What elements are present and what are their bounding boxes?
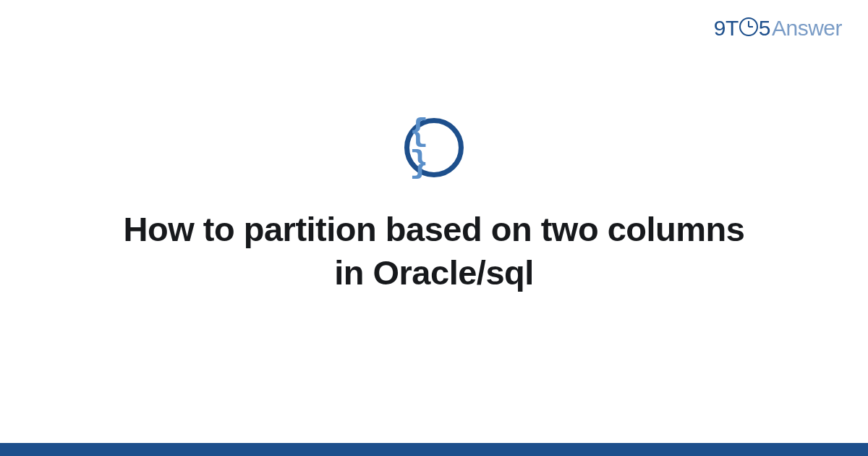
page-title: How to partition based on two columns in…: [109, 208, 760, 295]
main-content: { } How to partition based on two column…: [0, 0, 868, 456]
footer-accent-bar: [0, 443, 868, 456]
code-braces-icon: { }: [404, 118, 464, 177]
code-glyph: { }: [409, 116, 459, 180]
